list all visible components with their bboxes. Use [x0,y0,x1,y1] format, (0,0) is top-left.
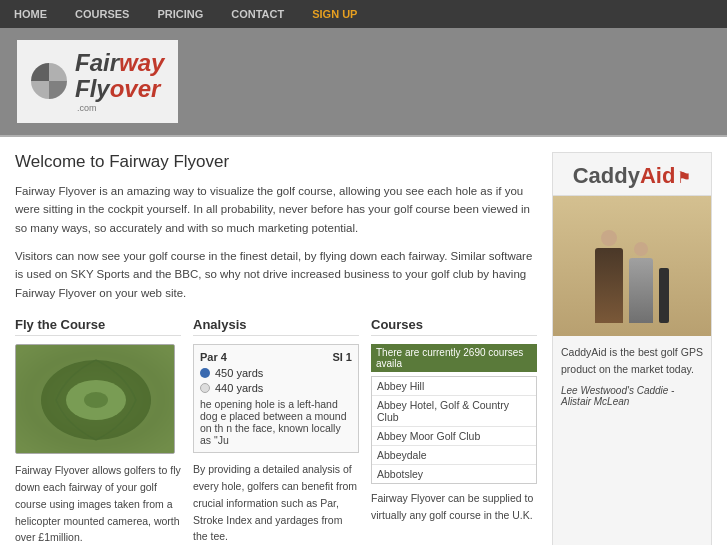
analysis-header: Par 4 SI 1 [200,351,352,363]
caddyaid-logo-text-aid: Aid [640,163,675,188]
fly-caption: Fairway Flyover allows golfers to fly do… [15,462,181,545]
logo-line2: Flyover [75,76,164,102]
white-dot-icon [200,383,210,393]
logo-circle-icon [31,63,67,99]
blue-dot-icon [200,368,210,378]
sections-row: Fly the Course Fairway Flyover allow [15,317,537,545]
courses-section: Courses There are currently 2690 courses… [371,317,537,545]
list-item[interactable]: Abbey Hill [372,377,536,396]
si-label: SI 1 [332,351,352,363]
logo-dotcom: .com [77,103,164,113]
fly-image-inner [16,345,174,453]
logo-way: way [119,49,164,76]
person2-body [629,258,653,323]
logo-fair: Fair [75,49,119,76]
list-item[interactable]: Abbeydale [372,446,536,465]
nav-pricing[interactable]: PRICING [143,2,217,26]
yards2-label: 440 yards [215,382,263,394]
analysis-caption: By providing a detailed analysis of ever… [193,461,359,545]
logo-fly: Fly [75,75,110,102]
flag-icon: ⚑ [677,169,691,186]
person-1 [595,248,623,323]
person2-head-icon [634,242,648,256]
intro-para1: Fairway Flyover is an amazing way to vis… [15,182,537,237]
logo-over: over [110,75,161,102]
fly-section: Fly the Course Fairway Flyover allow [15,317,181,545]
header: Fairway Flyover .com [0,28,727,135]
content-area: Welcome to Fairway Flyover Fairway Flyov… [15,152,537,545]
sidebar-quote: Lee Westwood's Caddie - Alistair McLean [553,385,711,415]
logo-graphic [31,63,67,99]
analysis-hole-desc: he opening hole is a left-hand dog e pla… [200,398,352,446]
logo-line1: Fairway [75,50,164,76]
aerial-map-svg [16,345,175,454]
par-label: Par 4 [200,351,227,363]
analysis-row-1: 450 yards [200,367,352,379]
nav-courses[interactable]: COURSES [61,2,143,26]
sidebar-people-image [553,196,711,336]
nav-signup[interactable]: SIGN UP [298,2,371,26]
golf-bag-icon [659,268,669,323]
caddyaid-logo-text-caddy: Caddy [573,163,640,188]
logo-text-block: Fairway Flyover .com [75,50,164,113]
person-2 [629,258,653,323]
welcome-title: Welcome to Fairway Flyover [15,152,537,172]
analysis-section: Analysis Par 4 SI 1 450 yards 440 yards … [193,317,359,545]
sidebar: CaddyAid⚑ CaddyAid is the best golf GPS … [552,152,712,545]
courses-caption: Fairway Flyover can be supplied to virtu… [371,490,537,524]
list-item[interactable]: Abbotsley [372,465,536,483]
svg-rect-4 [16,345,175,454]
fly-course-image [15,344,175,454]
nav-home[interactable]: HOME [0,2,61,26]
nav-contact[interactable]: CONTACT [217,2,298,26]
analysis-section-title: Analysis [193,317,359,336]
navigation: HOME COURSES PRICING CONTACT SIGN UP [0,0,727,28]
caddyaid-logo: CaddyAid⚑ [553,153,711,196]
person-head-icon [601,230,617,246]
course-list: Abbey Hill Abbey Hotel, Golf & Country C… [371,376,537,484]
sidebar-description: CaddyAid is the best golf GPS product on… [553,336,711,386]
person-body [595,248,623,323]
logo: Fairway Flyover .com [15,38,180,125]
analysis-box: Par 4 SI 1 450 yards 440 yards he openin… [193,344,359,453]
yards1-label: 450 yards [215,367,263,379]
analysis-row-2: 440 yards [200,382,352,394]
courses-available-text: There are currently 2690 courses availa [371,344,537,372]
list-item[interactable]: Abbey Moor Golf Club [372,427,536,446]
fly-section-title: Fly the Course [15,317,181,336]
main-content: Welcome to Fairway Flyover Fairway Flyov… [0,137,727,545]
list-item[interactable]: Abbey Hotel, Golf & Country Club [372,396,536,427]
people-group [595,248,669,331]
intro-para2: Visitors can now see your golf course in… [15,247,537,302]
courses-section-title: Courses [371,317,537,336]
